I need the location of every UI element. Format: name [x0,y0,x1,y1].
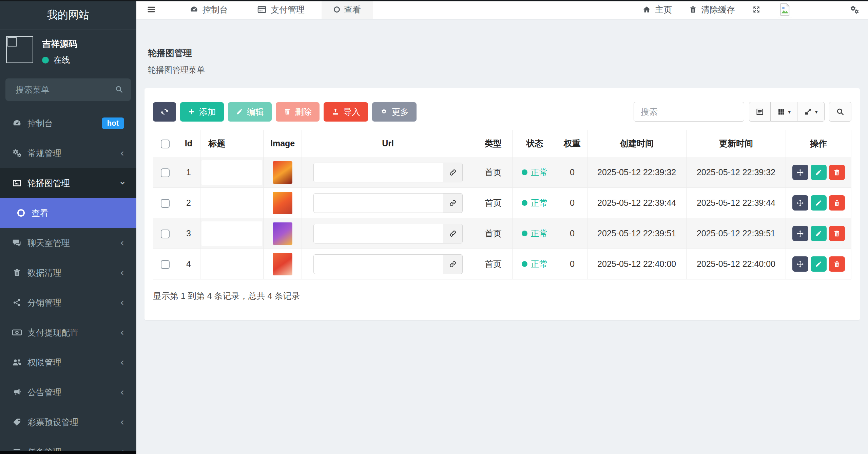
row-delete-button[interactable] [829,256,845,272]
column-header-image[interactable]: Image [264,130,302,157]
sidebar-item-view[interactable]: 查看 [0,198,136,228]
tab-payment[interactable]: 支付管理 [245,0,317,19]
sidebar: 我的网站 吉祥源码 在线 控制台 hot [0,0,136,454]
home-button[interactable]: 主页 [642,4,672,15]
search-submit-button[interactable] [829,102,851,122]
export-dropdown-button[interactable]: ▾ [797,102,825,122]
banner-thumbnail[interactable] [273,222,292,245]
url-input[interactable] [313,193,443,213]
row-delete-button[interactable] [829,226,845,241]
row-edit-button[interactable] [811,195,827,211]
refresh-button[interactable] [153,102,176,122]
column-header-id[interactable]: Id [177,130,200,157]
cell-weight[interactable]: 0 [557,157,587,188]
title-editable-field[interactable] [201,252,263,276]
cell-weight[interactable]: 0 [557,249,587,279]
row-checkbox[interactable] [161,168,170,177]
link-addon-button[interactable] [443,224,463,243]
columns-dropdown-button[interactable]: ▾ [771,102,798,122]
url-input[interactable] [313,163,443,182]
banner-thumbnail[interactable] [273,253,292,275]
carousel-table: Id 标题 Image Url 类型 状态 权重 创建时间 更新时间 操作 [153,130,851,279]
banner-thumbnail[interactable] [273,161,292,184]
bullhorn-icon [11,387,23,397]
column-header-status[interactable]: 状态 [512,130,557,157]
broken-image-indicator [7,37,17,47]
detail-view-button[interactable] [749,102,771,122]
table-search-input[interactable] [634,102,744,122]
sidebar-item-announcements[interactable]: 公告管理 ‹ [0,377,136,407]
status-badge: 正常 [522,167,548,178]
sidebar-item-chatroom[interactable]: 聊天室管理 ‹ [0,228,136,258]
edit-button-disabled[interactable]: 编辑 [228,102,272,122]
add-button[interactable]: 添加 [180,102,224,122]
column-header-type[interactable]: 类型 [474,130,512,157]
search-icon[interactable] [115,85,123,94]
cell-weight[interactable]: 0 [557,188,587,218]
open-tabs: 控制台 支付管理 查看 [175,0,375,19]
link-icon [449,260,457,268]
row-delete-button[interactable] [829,195,845,211]
tab-dashboard[interactable]: 控制台 [177,0,240,19]
circle-icon [334,6,340,13]
url-input[interactable] [313,224,443,243]
column-header-updated[interactable]: 更新时间 [686,130,786,157]
more-button[interactable]: 更多 [372,102,417,122]
import-button[interactable]: 导入 [324,102,368,122]
url-input-group [313,163,463,182]
title-editable-field[interactable] [201,160,263,185]
settings-gears-icon[interactable] [850,5,859,14]
sidebar-item-general[interactable]: 常规管理 ‹ [0,138,136,168]
sidebar-search-input[interactable] [5,78,131,101]
row-checkbox[interactable] [161,260,170,269]
sidebar-item-data-clean[interactable]: 数据清理 ‹ [0,258,136,288]
tab-view[interactable]: 查看 [322,0,373,19]
sidebar-toggle-button[interactable] [136,0,166,19]
brand-title[interactable]: 我的网站 [0,0,136,30]
column-header-title[interactable]: 标题 [200,130,264,157]
link-icon [449,199,457,207]
fullscreen-button[interactable] [752,5,761,14]
link-addon-button[interactable] [443,193,463,213]
pencil-icon [815,199,822,207]
row-checkbox[interactable] [161,230,170,238]
sidebar-item-dashboard[interactable]: 控制台 hot [0,108,136,138]
row-edit-button[interactable] [811,165,827,180]
refresh-icon [160,107,169,116]
hot-badge: hot [102,117,124,129]
sidebar-item-permissions[interactable]: 权限管理 ‹ [0,347,136,377]
drag-move-button[interactable] [792,226,808,241]
sidebar-item-label: 聊天室管理 [27,237,120,249]
row-checkbox[interactable] [161,199,170,208]
drag-move-button[interactable] [792,165,808,180]
chevron-left-icon: ‹ [120,357,124,367]
sidebar-item-label: 常规管理 [27,148,120,159]
select-all-checkbox[interactable] [161,140,170,148]
link-addon-button[interactable] [443,254,463,274]
column-header-url[interactable]: Url [302,130,474,157]
user-avatar-broken-image[interactable] [778,1,792,18]
banner-thumbnail[interactable] [273,192,292,214]
trash-icon [284,108,291,115]
title-editable-field[interactable] [201,221,263,246]
title-editable-field[interactable] [201,191,263,215]
sidebar-item-lottery-preset[interactable]: 彩票预设管理 ‹ [0,407,136,437]
row-delete-button[interactable] [829,165,845,180]
column-header-created[interactable]: 创建时间 [587,130,686,157]
url-input[interactable] [313,254,443,274]
sidebar-item-payment-config[interactable]: 支付提现配置 ‹ [0,317,136,347]
column-header-weight[interactable]: 权重 [557,130,587,157]
row-edit-button[interactable] [811,226,827,241]
sidebar-item-distribution[interactable]: 分销管理 ‹ [0,288,136,317]
clear-cache-button[interactable]: 清除缓存 [689,4,735,15]
drag-move-button[interactable] [792,195,808,211]
drag-move-button[interactable] [792,256,808,272]
sidebar-item-carousel[interactable]: 轮播图管理 ‹ [0,168,136,198]
delete-button-disabled[interactable]: 删除 [276,102,320,122]
table-row: 3 首页 正常 0 20 [153,218,851,249]
toolbar-right: ▾ ▾ [634,102,851,122]
link-addon-button[interactable] [443,163,463,182]
row-edit-button[interactable] [811,256,827,272]
cell-weight[interactable]: 0 [557,218,587,249]
online-status-dot [42,57,49,63]
